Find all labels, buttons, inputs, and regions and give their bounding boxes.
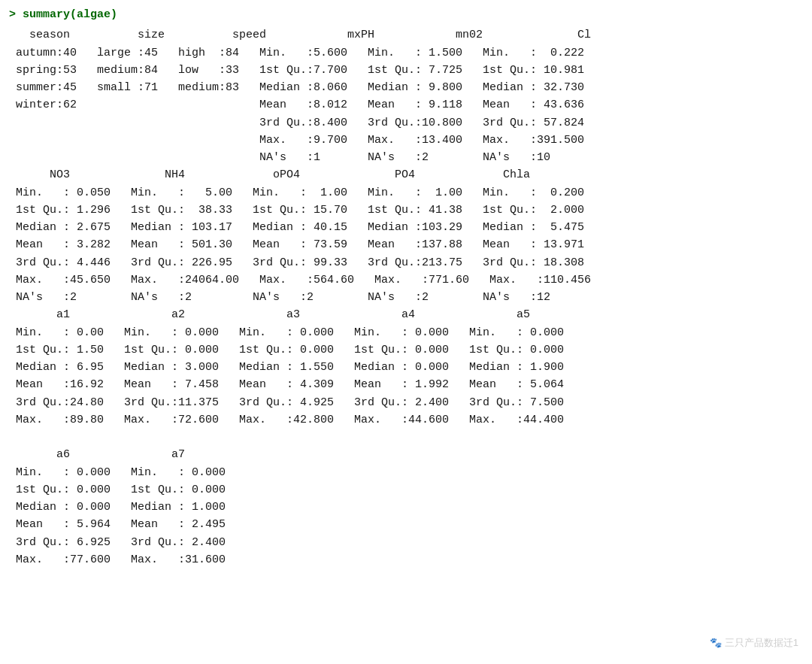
output-block: season size speed mxPH mn02 Cl autumn:40… xyxy=(9,26,803,586)
command-line: > summary(algae) xyxy=(9,6,803,23)
